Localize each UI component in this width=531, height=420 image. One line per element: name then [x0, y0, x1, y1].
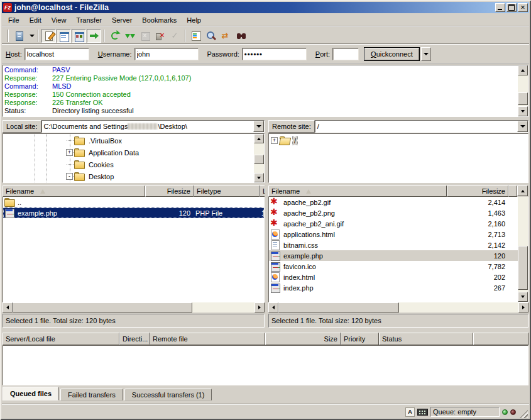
log-scrollbar[interactable]: [518, 65, 528, 116]
local-site-combo[interactable]: C:\Documents and Settings\Desktop\: [41, 120, 265, 133]
toggle-local-tree-button[interactable]: [57, 29, 71, 43]
column-header-filesize[interactable]: Filesize: [447, 185, 508, 197]
queue-tab[interactable]: Failed transfers: [60, 389, 123, 401]
quickconnect-dropdown-button[interactable]: [421, 47, 431, 61]
menu-item[interactable]: File: [3, 15, 25, 25]
sync-browse-button[interactable]: [219, 29, 233, 43]
remote-hscrollbar[interactable]: [268, 302, 528, 312]
column-header-filename[interactable]: Filename: [268, 185, 447, 197]
scroll-up-button[interactable]: [254, 134, 264, 143]
resize-grip[interactable]: [520, 410, 528, 418]
local-tree-scrollbar[interactable]: [254, 134, 264, 182]
title-bar[interactable]: Fz john@localhost - FileZilla: [2, 2, 529, 13]
file-row[interactable]: index.php 267: [269, 282, 518, 293]
file-row[interactable]: apache_pb2.png 1,463: [269, 207, 518, 218]
quickconnect-button[interactable]: Quickconnect: [364, 47, 420, 61]
remote-site-path: /: [315, 123, 517, 130]
disconnect-button[interactable]: [153, 29, 167, 43]
scroll-down-button[interactable]: [518, 292, 528, 302]
menu-item[interactable]: Server: [107, 15, 137, 25]
folder-icon: [280, 136, 290, 145]
tree-item[interactable]: .VirtualBox: [3, 135, 264, 146]
column-header-lastmodified[interactable]: L: [260, 185, 265, 197]
site-manager-dropdown-button[interactable]: [26, 29, 35, 43]
file-row[interactable]: apache_pb2.gif 2,414: [269, 197, 518, 207]
host-input[interactable]: [25, 48, 89, 60]
menu-item[interactable]: Bookmarks: [137, 15, 182, 25]
scrollbar-thumb[interactable]: [254, 155, 264, 164]
reconnect-button[interactable]: [168, 29, 182, 43]
scroll-down-button[interactable]: [518, 106, 528, 116]
compare-button[interactable]: [204, 29, 218, 43]
close-button[interactable]: [518, 3, 528, 12]
local-site-dropdown-button[interactable]: [253, 121, 264, 132]
local-hscrollbar[interactable]: [3, 302, 265, 312]
scrollbar-thumb[interactable]: [278, 302, 399, 312]
scroll-right-button[interactable]: [518, 302, 528, 312]
tree-expander-icon[interactable]: -: [66, 173, 73, 180]
remote-site-dropdown-button[interactable]: [517, 121, 528, 132]
file-row[interactable]: bitnami.css 2,142: [269, 240, 518, 250]
tree-item[interactable]: - Desktop: [3, 170, 264, 182]
queue-tab[interactable]: Queued files: [3, 387, 59, 401]
tree-expander-icon[interactable]: +: [271, 137, 278, 144]
password-input[interactable]: [242, 48, 307, 60]
cancel-button[interactable]: [138, 29, 152, 43]
find-button[interactable]: [234, 29, 248, 43]
column-header-filename[interactable]: Filename: [3, 185, 145, 197]
scrollbar-thumb[interactable]: [518, 92, 528, 105]
tree-item[interactable]: Cookies: [3, 158, 264, 170]
toggle-log-button[interactable]: [41, 29, 56, 43]
site-manager-button[interactable]: [11, 29, 26, 43]
scroll-left-button[interactable]: [268, 302, 278, 312]
column-header-filetype[interactable]: Filetype: [194, 185, 260, 197]
file-icon: [270, 251, 281, 260]
toggle-queue-button[interactable]: [87, 29, 101, 43]
scrollbar-thumb[interactable]: [13, 302, 192, 312]
queue-tab[interactable]: Successful transfers (1): [124, 389, 212, 401]
menu-item[interactable]: Edit: [25, 15, 47, 25]
remote-list-scrollbar[interactable]: [518, 197, 528, 302]
menu-item[interactable]: Transfer: [71, 15, 107, 25]
scroll-up-button[interactable]: [517, 185, 528, 196]
column-header-direction[interactable]: Directi...: [119, 333, 150, 345]
encryption-indicator-icon[interactable]: [417, 409, 428, 416]
scroll-right-button[interactable]: [255, 302, 265, 312]
toggle-remote-tree-button[interactable]: [72, 29, 86, 43]
filter-button[interactable]: [189, 29, 203, 43]
column-header-status[interactable]: Status: [379, 333, 473, 345]
scroll-left-button[interactable]: [3, 302, 13, 312]
file-row[interactable]: example.php 120 PHP File 1: [3, 207, 264, 218]
column-header-remote-file[interactable]: Remote file: [150, 333, 265, 345]
queue-list[interactable]: [3, 345, 528, 385]
scroll-up-button[interactable]: [518, 65, 528, 75]
process-queue-button[interactable]: [123, 29, 137, 43]
scroll-down-button[interactable]: [254, 173, 264, 182]
column-header-filesize[interactable]: Filesize: [145, 185, 194, 197]
maximize-button[interactable]: [506, 3, 517, 12]
refresh-button[interactable]: [107, 29, 122, 43]
port-input[interactable]: [332, 48, 359, 60]
log-line-text: 226 Transfer OK: [52, 99, 103, 107]
toolbar: [2, 28, 529, 43]
transfer-type-indicator-icon[interactable]: A: [405, 407, 415, 417]
scrollbar-thumb[interactable]: [518, 246, 528, 290]
file-row[interactable]: applications.html 2,713: [269, 229, 518, 240]
remote-site-combo[interactable]: /: [315, 120, 528, 133]
minimize-button[interactable]: [495, 3, 505, 12]
file-size: 2,414: [446, 199, 508, 206]
tree-item[interactable]: + /: [269, 135, 528, 146]
column-header-size[interactable]: Size: [265, 333, 341, 345]
file-row[interactable]: favicon.ico 7,782: [269, 261, 518, 272]
column-header-local-file[interactable]: Server/Local file: [3, 333, 119, 345]
username-input[interactable]: [134, 48, 199, 60]
file-row[interactable]: apache_pb2_ani.gif 2,160: [269, 218, 518, 229]
tree-expander-icon[interactable]: +: [66, 149, 73, 156]
file-row[interactable]: ..: [3, 197, 264, 207]
column-header-priority[interactable]: Priority: [341, 333, 379, 345]
menu-item[interactable]: Help: [182, 15, 206, 25]
file-row[interactable]: index.html 202: [269, 272, 518, 282]
tree-item[interactable]: + Application Data: [3, 146, 264, 158]
file-row[interactable]: example.php 120: [269, 250, 518, 261]
menu-item[interactable]: View: [47, 15, 72, 25]
